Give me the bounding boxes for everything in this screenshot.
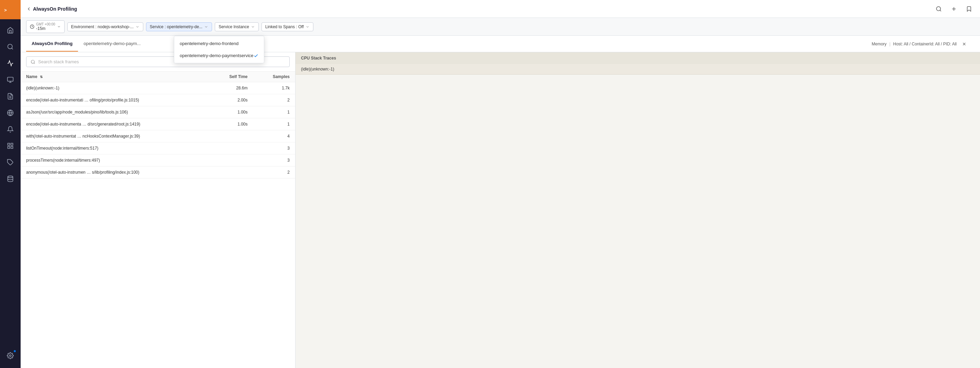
cell-self-time: 1.00s <box>209 106 253 118</box>
filterbar: GMT +00:00 -15m Environment : nodejs-wor… <box>21 18 980 36</box>
linked-to-spans-filter[interactable]: Linked to Spans : Off <box>261 22 313 31</box>
cell-self-time <box>209 154 253 166</box>
table-row[interactable]: with(/otel-auto-instrumentat … ncHooksCo… <box>21 130 295 142</box>
dropdown-item-frontend[interactable]: opentelemetry-demo-frontend <box>174 37 264 50</box>
tab-alwayson[interactable]: AlwaysOn Profiling <box>26 36 78 51</box>
cell-samples: 1 <box>253 106 295 118</box>
cell-samples: 1.7k <box>253 82 295 94</box>
cell-self-time <box>209 142 253 154</box>
service-filter-label: Service : opentelemetry-de... <box>150 24 202 29</box>
cell-samples: 2 <box>253 94 295 106</box>
table-row[interactable]: (idle)(unknown:-1) 28.6m 1.7k <box>21 82 295 94</box>
sidebar-item-apm[interactable] <box>3 56 18 71</box>
svg-line-18 <box>940 10 941 11</box>
sort-icon: ⇅ <box>40 75 43 79</box>
cell-self-time <box>209 130 253 142</box>
svg-line-2 <box>12 48 13 50</box>
topbar-actions <box>933 3 975 14</box>
cell-name: anonymous(/otel-auto-instrumen … s/lib/p… <box>21 166 209 179</box>
sidebar-item-infrastructure[interactable] <box>3 72 18 87</box>
svg-rect-11 <box>11 143 13 146</box>
memory-filter-label: Memory <box>872 42 886 46</box>
svg-point-24 <box>31 60 34 63</box>
svg-point-17 <box>936 6 940 11</box>
cell-samples: 2 <box>253 166 295 179</box>
cell-self-time: 28.6m <box>209 82 253 94</box>
cell-name: (idle)(unknown:-1) <box>21 82 209 94</box>
settings-badge <box>13 349 16 353</box>
cell-samples: 1 <box>253 118 295 130</box>
environment-filter[interactable]: Environment : nodejs-workshop-... <box>67 22 143 31</box>
cell-samples: 3 <box>253 142 295 154</box>
service-dropdown[interactable]: opentelemetry-demo-frontendopentelemetry… <box>174 36 264 63</box>
host-filter-label: Host: All / ContainerId: All / PID: All <box>893 42 957 46</box>
content-area: AlwaysOn Profiling opentelemetry-demo-pa… <box>21 36 980 368</box>
linked-to-spans-label: Linked to Spans : Off <box>265 24 304 29</box>
cell-samples: 3 <box>253 154 295 166</box>
table-row[interactable]: processTimers(node:internal/timers:497) … <box>21 154 295 166</box>
svg-point-16 <box>10 355 11 357</box>
dropdown-item-label: opentelemetry-demo-paymentservice <box>180 53 254 58</box>
topbar-search-button[interactable] <box>933 3 944 14</box>
main-panels: Name ⇅ Self Time Samples (idle)(unknown:… <box>21 52 980 368</box>
sidebar-item-dashboards[interactable] <box>3 138 18 154</box>
sidebar-item-data[interactable] <box>3 171 18 186</box>
cell-name: encode(/otel-auto-instrumenta … d/src/ge… <box>21 118 209 130</box>
environment-filter-label: Environment : nodejs-workshop-... <box>71 24 134 29</box>
topbar: AlwaysOn Profiling <box>21 0 980 18</box>
svg-rect-10 <box>8 143 10 146</box>
sidebar-item-tags[interactable] <box>3 155 18 170</box>
tabs-bar: AlwaysOn Profiling opentelemetry-demo-pa… <box>21 36 980 52</box>
back-button[interactable]: AlwaysOn Profiling <box>26 6 77 12</box>
sidebar-item-home[interactable] <box>3 23 18 38</box>
cell-name: processTimers(node:internal/timers:497) <box>21 154 209 166</box>
sidebar-item-synthetics[interactable] <box>3 105 18 120</box>
cell-self-time <box>209 166 253 179</box>
tab-service[interactable]: opentelemetry-demo-paym... <box>78 36 146 51</box>
tabs-filter-info: Memory | Host: All / ContainerId: All / … <box>866 39 975 49</box>
dropdown-item-paymentservice[interactable]: opentelemetry-demo-paymentservice <box>174 50 264 62</box>
page-title: AlwaysOn Profiling <box>33 6 77 12</box>
sidebar-item-logs[interactable] <box>3 89 18 104</box>
time-zone-label: GMT +00:00 <box>36 22 55 26</box>
sidebar-item-alerts[interactable] <box>3 122 18 137</box>
table-row[interactable]: anonymous(/otel-auto-instrumen … s/lib/p… <box>21 166 295 179</box>
table-row[interactable]: listOnTimeout(node:internal/timers:517) … <box>21 142 295 154</box>
tabs-close-button[interactable] <box>959 39 969 49</box>
time-value: -15m <box>36 26 55 31</box>
col-name[interactable]: Name ⇅ <box>21 72 209 82</box>
col-samples[interactable]: Samples <box>253 72 295 82</box>
service-instance-filter[interactable]: Service Instance <box>215 22 259 31</box>
cell-name: with(/otel-auto-instrumentat … ncHooksCo… <box>21 130 209 142</box>
right-panel: CPU Stack Traces (idle)(unknown:-1) <box>296 52 980 368</box>
col-self-time[interactable]: Self Time <box>209 72 253 82</box>
service-filter[interactable]: Service : opentelemetry-de... <box>146 22 212 31</box>
cpu-stack-header: CPU Stack Traces <box>296 52 980 64</box>
svg-text:>: > <box>4 8 7 13</box>
cell-name: listOnTimeout(node:internal/timers:517) <box>21 142 209 154</box>
table-row[interactable]: asJson(/usr/src/app/node_modules/pino/li… <box>21 106 295 118</box>
table-row[interactable]: encode(/otel-auto-instrumentati … ofilin… <box>21 94 295 106</box>
search-icon <box>30 59 35 64</box>
svg-rect-13 <box>11 147 13 149</box>
left-panel: Name ⇅ Self Time Samples (idle)(unknown:… <box>21 52 296 368</box>
topbar-bookmark-button[interactable] <box>964 3 975 14</box>
main-content: AlwaysOn Profiling GMT +00:00 -15m Envir <box>21 0 980 368</box>
svg-rect-3 <box>8 77 13 82</box>
service-instance-label: Service Instance <box>218 24 249 29</box>
table-row[interactable]: encode(/otel-auto-instrumenta … d/src/ge… <box>21 118 295 130</box>
topbar-add-button[interactable] <box>948 3 959 14</box>
cell-name: asJson(/usr/src/app/node_modules/pino/li… <box>21 106 209 118</box>
svg-point-1 <box>8 44 13 49</box>
cell-self-time: 1.00s <box>209 118 253 130</box>
svg-point-15 <box>8 176 13 178</box>
sidebar-item-settings[interactable] <box>3 348 18 363</box>
cell-name: encode(/otel-auto-instrumentati … ofilin… <box>21 94 209 106</box>
sidebar-item-search[interactable] <box>3 39 18 54</box>
dropdown-item-label: opentelemetry-demo-frontend <box>180 41 239 46</box>
sidebar: > <box>0 0 21 368</box>
time-filter[interactable]: GMT +00:00 -15m <box>26 20 65 33</box>
svg-line-25 <box>34 62 35 64</box>
cell-samples: 4 <box>253 130 295 142</box>
splunk-logo[interactable]: > <box>0 0 21 19</box>
